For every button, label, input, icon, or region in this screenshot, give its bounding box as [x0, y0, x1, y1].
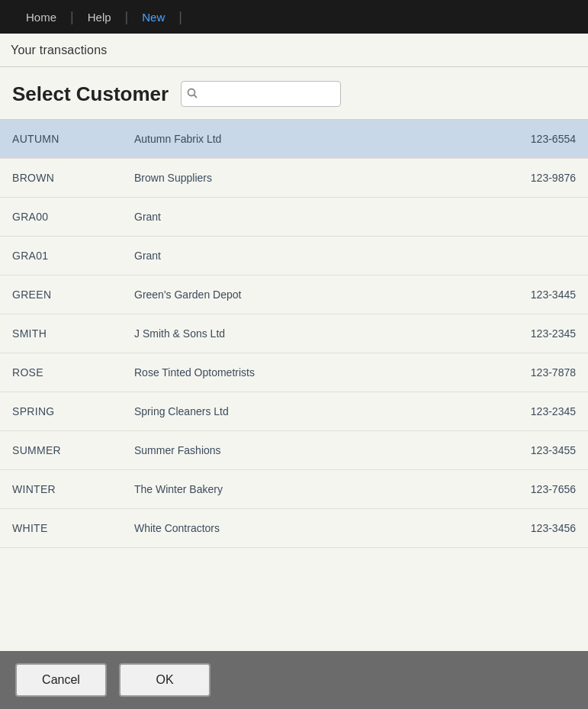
modal-footer: Cancel OK — [0, 651, 588, 709]
customer-phone: 123-2345 — [484, 405, 576, 417]
modal-header: Select Customer — [0, 67, 588, 120]
customer-name: Grant — [134, 250, 484, 262]
table-row[interactable]: SMITHJ Smith & Sons Ltd123-2345 — [0, 314, 588, 353]
customer-code: SUMMER — [12, 444, 134, 456]
customer-code: ROSE — [12, 366, 134, 379]
customer-code: SMITH — [12, 327, 134, 340]
cancel-button[interactable]: Cancel — [15, 663, 107, 697]
customer-code: GRA00 — [12, 211, 134, 223]
table-row[interactable]: SPRINGSpring Cleaners Ltd123-2345 — [0, 392, 588, 431]
table-row[interactable]: AUTUMNAutumn Fabrix Ltd123-6554 — [0, 120, 588, 159]
customer-code: BROWN — [12, 172, 134, 184]
customer-phone: 123-3456 — [484, 522, 576, 534]
customer-code: GRA01 — [12, 250, 134, 262]
customer-table: AUTUMNAutumn Fabrix Ltd123-6554BROWNBrow… — [0, 120, 588, 651]
customer-name: J Smith & Sons Ltd — [134, 327, 484, 340]
customer-name: Autumn Fabrix Ltd — [134, 133, 484, 145]
customer-phone: 123-9876 — [484, 172, 576, 184]
nav-sep-3: | — [178, 9, 182, 25]
modal-container: Select Customer AUTUMNAutumn Fabrix Ltd1… — [0, 67, 588, 709]
nav-bar: Home | Help | New | — [0, 0, 588, 34]
table-row[interactable]: SUMMERSummer Fashions123-3455 — [0, 431, 588, 470]
customer-name: Green's Garden Depot — [134, 288, 484, 301]
table-row[interactable]: GRA00Grant — [0, 198, 588, 237]
nav-home[interactable]: Home — [12, 11, 70, 24]
customer-phone: 123-3445 — [484, 288, 576, 301]
search-input[interactable] — [181, 81, 341, 107]
customer-name: Rose Tinted Optometrists — [134, 366, 484, 379]
table-row[interactable]: WINTERThe Winter Bakery123-7656 — [0, 470, 588, 509]
table-row[interactable]: WHITEWhite Contractors123-3456 — [0, 509, 588, 548]
customer-name: Summer Fashions — [134, 444, 484, 456]
customer-code: WINTER — [12, 483, 134, 495]
customer-phone: 123-7878 — [484, 366, 576, 379]
table-row[interactable]: BROWNBrown Suppliers123-9876 — [0, 159, 588, 198]
search-wrapper — [181, 81, 341, 107]
table-row[interactable]: GREENGreen's Garden Depot123-3445 — [0, 276, 588, 314]
nav-help[interactable]: Help — [74, 11, 125, 24]
customer-phone: 123-3455 — [484, 444, 576, 456]
customer-phone: 123-6554 — [484, 133, 576, 145]
page-title: Your transactions — [11, 44, 107, 57]
customer-name: Grant — [134, 211, 484, 223]
customer-code: WHITE — [12, 522, 134, 534]
modal-title: Select Customer — [12, 82, 169, 106]
table-row[interactable]: ROSERose Tinted Optometrists123-7878 — [0, 353, 588, 392]
customer-phone: 123-7656 — [484, 483, 576, 495]
customer-code: AUTUMN — [12, 133, 134, 145]
customer-name: Spring Cleaners Ltd — [134, 405, 484, 417]
customer-phone: 123-2345 — [484, 327, 576, 340]
customer-code: GREEN — [12, 288, 134, 301]
customer-name: Brown Suppliers — [134, 172, 484, 184]
page-title-bar: Your transactions — [0, 34, 588, 67]
customer-name: White Contractors — [134, 522, 484, 534]
customer-name: The Winter Bakery — [134, 483, 484, 495]
ok-button[interactable]: OK — [119, 663, 210, 697]
table-row[interactable]: GRA01Grant — [0, 237, 588, 276]
customer-code: SPRING — [12, 405, 134, 417]
nav-new[interactable]: New — [128, 11, 178, 24]
